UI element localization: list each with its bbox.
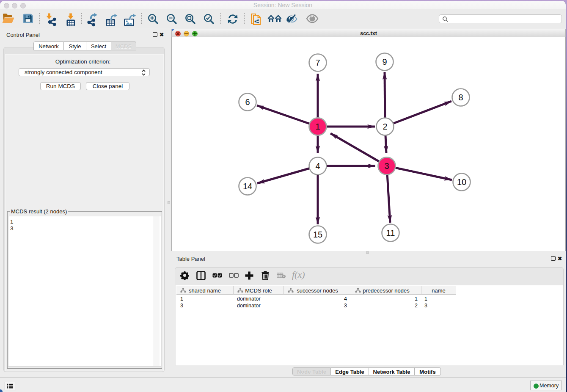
svg-text:6: 6 <box>245 97 250 107</box>
svg-text:2: 2 <box>383 122 387 131</box>
svg-text:8: 8 <box>458 93 463 102</box>
svg-text:14: 14 <box>243 182 252 191</box>
svg-text:1: 1 <box>315 122 320 131</box>
svg-text:15: 15 <box>313 230 322 239</box>
svg-text:4: 4 <box>315 161 320 171</box>
svg-text:9: 9 <box>382 57 387 66</box>
svg-text:10: 10 <box>457 177 466 187</box>
svg-text:3: 3 <box>384 161 389 171</box>
svg-text:11: 11 <box>386 228 395 237</box>
svg-text:7: 7 <box>315 58 320 67</box>
